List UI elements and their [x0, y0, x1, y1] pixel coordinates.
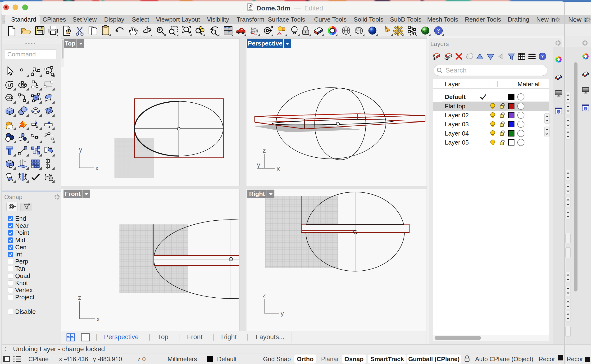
svg-text:z: z — [263, 292, 266, 299]
svg-text:3dm: 3dm — [249, 8, 252, 10]
svg-text:y: y — [280, 310, 284, 317]
svg-text:?: ? — [585, 107, 586, 111]
svg-text:y: y — [79, 146, 82, 153]
svg-text:z: z — [78, 294, 81, 301]
svg-text:x: x — [277, 165, 280, 172]
svg-text:z: z — [263, 147, 266, 154]
svg-text:?: ? — [558, 110, 559, 114]
svg-text:?: ? — [541, 53, 544, 59]
svg-text:y: y — [257, 161, 260, 169]
svg-text:?: ? — [437, 27, 440, 34]
svg-text:x: x — [97, 315, 100, 323]
svg-text:x: x — [95, 164, 98, 172]
